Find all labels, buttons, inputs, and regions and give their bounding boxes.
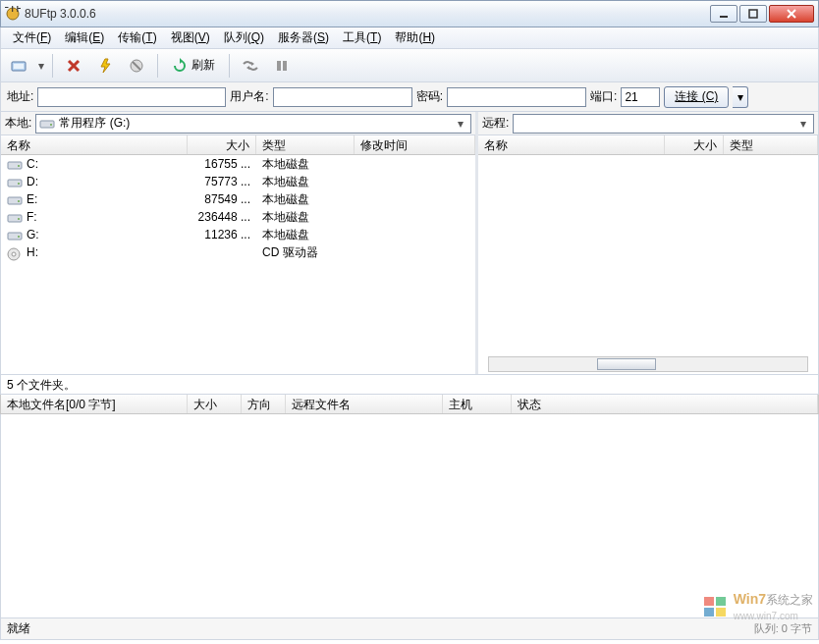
connect-icon[interactable] [7, 53, 32, 79]
local-path-combo[interactable]: 常用程序 (G:) ▾ [35, 114, 471, 134]
drive-icon [7, 212, 23, 224]
address-input[interactable] [37, 87, 226, 107]
pause-icon[interactable] [269, 53, 295, 79]
col-host[interactable]: 主机 [443, 395, 512, 413]
remote-path-combo[interactable]: ▾ [513, 114, 814, 134]
svg-marker-14 [251, 62, 254, 66]
col-dir[interactable]: 方向 [242, 395, 286, 413]
table-row[interactable]: D:75773 ...本地磁盘 [1, 173, 475, 190]
status-bar: 就绪 队列: 0 字节 [0, 618, 819, 640]
table-row[interactable]: H:CD 驱动器 [1, 243, 475, 261]
refresh-button[interactable]: 刷新 [166, 53, 221, 79]
remote-list-header: 名称 大小 类型 [478, 135, 818, 155]
drive-icon [7, 177, 23, 188]
status-ready: 就绪 [7, 620, 30, 637]
svg-point-21 [18, 165, 20, 167]
drive-icon [7, 159, 23, 171]
port-input[interactable] [621, 87, 660, 107]
cancel-icon[interactable] [124, 53, 149, 79]
queue-list[interactable] [0, 414, 819, 618]
port-label: 端口: [590, 88, 617, 105]
col-localname[interactable]: 本地文件名[0/0 字节] [1, 395, 188, 413]
remote-pane: 远程: ▾ 名称 大小 类型 [478, 112, 818, 374]
connection-bar: 地址: 用户名: 密码: 端口: 连接 (C)▾ [0, 82, 819, 112]
col-type[interactable]: 类型 [724, 135, 818, 154]
menu-view[interactable]: 视图(V) [165, 27, 216, 48]
col-size[interactable]: 大小 [188, 395, 242, 413]
close-button[interactable] [769, 5, 814, 23]
disconnect-icon[interactable] [61, 53, 86, 79]
svg-point-31 [12, 252, 16, 256]
drive-icon [7, 230, 23, 242]
dropdown-arrow-icon[interactable]: ▾ [38, 59, 44, 73]
drive-icon [39, 118, 55, 130]
menu-file[interactable]: 文件(F) [7, 27, 57, 48]
connect-dropdown[interactable]: ▾ [733, 86, 748, 108]
remote-label: 远程: [482, 115, 509, 132]
password-label: 密码: [416, 88, 443, 105]
svg-rect-28 [8, 233, 22, 240]
svg-rect-17 [283, 61, 287, 71]
minimize-button[interactable] [710, 5, 737, 23]
svg-point-23 [18, 183, 20, 185]
col-status[interactable]: 状态 [512, 395, 818, 413]
svg-point-25 [18, 200, 20, 202]
col-size[interactable]: 大小 [188, 135, 256, 154]
username-label: 用户名: [230, 88, 268, 105]
window-title: 8UFtp 3.0.0.6 [25, 7, 710, 21]
table-row[interactable]: E:87549 ...本地磁盘 [1, 190, 475, 208]
menu-queue[interactable]: 队列(Q) [218, 27, 270, 48]
svg-marker-10 [101, 59, 110, 73]
svg-point-29 [18, 236, 20, 238]
chevron-down-icon[interactable]: ▾ [796, 117, 810, 131]
local-label: 本地: [5, 115, 31, 132]
maximize-button[interactable] [739, 5, 767, 23]
menu-transfer[interactable]: 传输(T) [112, 27, 162, 48]
title-bar: FTP 8UFtp 3.0.0.6 [0, 0, 819, 27]
svg-rect-20 [8, 162, 22, 169]
local-pane: 本地: 常用程序 (G:) ▾ 名称 大小 类型 修改时间 C:16755 ..… [1, 112, 478, 374]
col-remotename[interactable]: 远程文件名 [286, 395, 443, 413]
svg-rect-7 [14, 64, 24, 69]
quickconnect-icon[interactable] [92, 53, 118, 79]
local-list-header: 名称 大小 类型 修改时间 [1, 135, 475, 155]
chevron-down-icon[interactable]: ▾ [454, 117, 467, 131]
address-label: 地址: [7, 88, 33, 105]
app-icon: FTP [5, 6, 21, 22]
col-size[interactable]: 大小 [665, 135, 724, 154]
menu-edit[interactable]: 编辑(E) [59, 27, 110, 48]
svg-rect-26 [8, 215, 22, 222]
table-row[interactable]: F:236448 ...本地磁盘 [1, 208, 475, 226]
col-name[interactable]: 名称 [478, 135, 665, 154]
local-file-list[interactable]: C:16755 ...本地磁盘D:75773 ...本地磁盘E:87549 ..… [1, 155, 475, 374]
col-type[interactable]: 类型 [256, 135, 355, 154]
svg-marker-15 [246, 66, 249, 70]
svg-text:FTP: FTP [5, 6, 21, 15]
connect-button[interactable]: 连接 (C) [664, 86, 729, 108]
local-status: 5 个文件夹。 [0, 375, 819, 395]
drive-icon [7, 247, 23, 259]
sync-icon[interactable] [238, 53, 263, 79]
svg-rect-16 [277, 61, 281, 71]
table-row[interactable]: G:11236 ...本地磁盘 [1, 226, 475, 243]
svg-point-19 [50, 124, 52, 126]
menu-server[interactable]: 服务器(S) [272, 27, 335, 48]
svg-rect-24 [8, 197, 22, 204]
svg-rect-22 [8, 180, 22, 187]
menu-tools[interactable]: 工具(T) [337, 27, 387, 48]
table-row[interactable]: C:16755 ...本地磁盘 [1, 155, 475, 173]
col-mtime[interactable]: 修改时间 [355, 135, 475, 154]
drive-icon [7, 194, 23, 206]
username-input[interactable] [273, 87, 412, 107]
queue-header: 本地文件名[0/0 字节] 大小 方向 远程文件名 主机 状态 [0, 395, 819, 414]
local-path-text: 常用程序 (G:) [59, 115, 130, 132]
password-input[interactable] [447, 87, 586, 107]
remote-file-list[interactable] [478, 155, 818, 374]
horizontal-scrollbar[interactable] [488, 356, 808, 372]
menu-help[interactable]: 帮助(H) [389, 27, 441, 48]
col-name[interactable]: 名称 [1, 135, 188, 154]
svg-rect-18 [40, 121, 54, 128]
status-queue: 队列: 0 字节 [754, 621, 812, 636]
svg-point-27 [18, 218, 20, 220]
svg-rect-3 [749, 10, 757, 18]
